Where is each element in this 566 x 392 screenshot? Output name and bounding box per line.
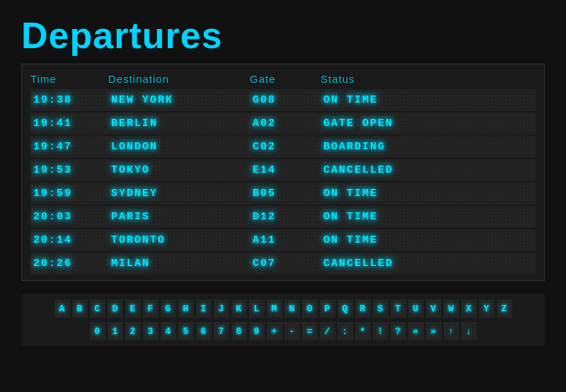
char-block: - — [284, 322, 300, 340]
cell-status: BOARDING — [320, 137, 536, 156]
char-label: H — [183, 304, 189, 314]
char-block: * — [355, 322, 371, 340]
cell-gate: C02 — [250, 137, 320, 156]
cell-time: 19:41 — [30, 114, 108, 133]
table-row: 19:41BERLINA02GATE OPEN — [30, 113, 536, 134]
board-rows: 19:38NEW YORKG08ON TIME19:41BERLINA02GAT… — [30, 89, 536, 275]
char-block: 8 — [231, 322, 247, 340]
char-block: 1 — [108, 322, 123, 340]
symbols-row: 0123456789+-=/:*!?«»↑↓ — [28, 322, 538, 340]
cell-destination: PARIS — [108, 207, 250, 226]
char-label: 7 — [219, 326, 224, 337]
cell-time: 19:38 — [30, 91, 108, 110]
char-label: A — [59, 304, 65, 314]
char-label: P — [325, 304, 330, 314]
char-block: ? — [391, 322, 406, 340]
char-label: = — [307, 326, 313, 337]
time-value: 19:41 — [33, 117, 72, 129]
cell-gate: C07 — [250, 254, 320, 273]
char-block: 4 — [161, 322, 176, 340]
char-block: Z — [497, 299, 512, 318]
char-block: 7 — [214, 322, 229, 340]
char-label: X — [466, 304, 472, 314]
table-row: 19:59SYDNEYB05ON TIME — [30, 183, 536, 204]
gate-value: B05 — [253, 188, 276, 200]
char-label: T — [395, 304, 401, 314]
cell-destination: LONDON — [108, 137, 250, 156]
status-value: ON TIME — [323, 188, 378, 200]
cell-destination: SYDNEY — [108, 184, 250, 203]
char-label: B — [77, 304, 83, 314]
cell-status: GATE OPEN — [320, 114, 536, 133]
char-block: C — [90, 299, 105, 318]
gate-value: G08 — [253, 94, 276, 106]
time-value: 19:38 — [33, 94, 72, 106]
table-row: 19:47LONDONC02BOARDING — [30, 136, 536, 158]
char-block: W — [444, 299, 459, 318]
char-label: 2 — [130, 326, 136, 337]
cell-destination: BERLIN — [108, 114, 250, 133]
cell-gate: G08 — [250, 91, 320, 110]
status-value: BOARDING — [323, 141, 386, 153]
time-value: 19:47 — [33, 141, 72, 153]
char-block: ! — [373, 322, 388, 340]
header-time: Time — [30, 73, 108, 85]
time-value: 19:53 — [33, 164, 72, 176]
char-block: K — [231, 299, 247, 318]
destination-value: LONDON — [111, 141, 158, 153]
char-block: N — [284, 299, 300, 318]
cell-time: 20:26 — [30, 254, 108, 273]
char-label: F — [148, 304, 154, 314]
char-block: V — [426, 299, 441, 318]
header-status: Status — [320, 73, 536, 85]
char-label: Y — [484, 304, 490, 314]
status-value: CANCELLED — [323, 258, 393, 270]
table-row: 20:03PARISD12ON TIME — [30, 206, 536, 228]
char-label: : — [342, 326, 348, 337]
character-display: ABCDEFGHIJKLMNOPQRSTUVWXYZ 0123456789+-=… — [21, 294, 545, 346]
time-value: 20:14 — [33, 234, 72, 246]
cell-destination: TORONTO — [108, 231, 250, 250]
gate-value: A11 — [253, 234, 276, 246]
char-block: A — [54, 299, 70, 318]
cell-gate: E14 — [250, 161, 320, 180]
char-label: K — [236, 304, 242, 314]
time-value: 19:59 — [33, 188, 72, 200]
char-block: « — [408, 322, 424, 340]
cell-status: ON TIME — [320, 231, 536, 250]
char-block: ↑ — [444, 322, 459, 340]
char-label: O — [307, 304, 313, 314]
char-label: / — [325, 326, 330, 337]
cell-gate: A11 — [250, 231, 320, 250]
char-label: - — [289, 326, 295, 337]
char-label: ? — [395, 326, 401, 337]
char-block: L — [249, 299, 265, 318]
char-block: M — [267, 299, 282, 318]
status-value: ON TIME — [323, 211, 378, 223]
cell-status: CANCELLED — [320, 161, 536, 180]
char-label: 5 — [183, 326, 189, 337]
destination-value: TORONTO — [111, 234, 166, 246]
char-block: ↓ — [461, 322, 477, 340]
char-block: I — [196, 299, 212, 318]
gate-value: C07 — [253, 258, 276, 270]
char-block: S — [373, 299, 388, 318]
cell-time: 19:53 — [30, 161, 108, 180]
char-block: F — [143, 299, 158, 318]
char-label: 4 — [166, 326, 171, 337]
char-block: = — [302, 322, 318, 340]
cell-status: ON TIME — [320, 184, 536, 203]
board-header: Time Destination Gate Status — [30, 70, 536, 89]
char-block: G — [161, 299, 176, 318]
char-block: R — [355, 299, 371, 318]
cell-status: ON TIME — [320, 91, 536, 110]
char-block: P — [320, 299, 335, 318]
cell-destination: TOKYO — [108, 161, 250, 180]
char-block: Q — [337, 299, 353, 318]
cell-status: CANCELLED — [320, 254, 536, 273]
char-label: 9 — [254, 326, 260, 337]
cell-time: 19:47 — [30, 137, 108, 156]
char-block: + — [267, 322, 282, 340]
table-row: 20:26MILANC07CANCELLED — [30, 253, 536, 275]
char-label: L — [254, 304, 260, 314]
